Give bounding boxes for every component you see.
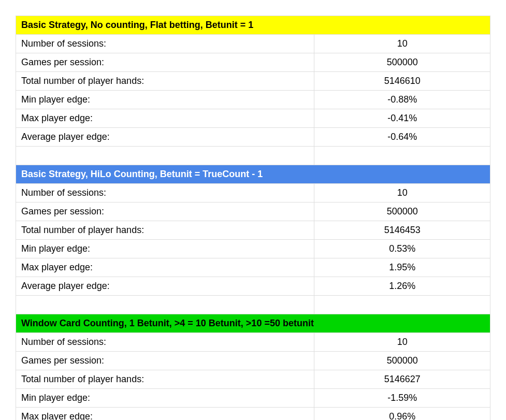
row-value: 5146627 — [314, 370, 490, 388]
row-value: 500000 — [314, 202, 490, 221]
section-header-label: Window Card Counting, 1 Betunit, >4 = 10… — [16, 314, 490, 332]
row-value: -0.88% — [314, 91, 490, 109]
row-value: -0.64% — [314, 128, 490, 146]
section-header-label: Basic Strategy, HiLo Counting, Betunit =… — [16, 165, 490, 183]
table-row: Max player edge:1.95% — [16, 258, 490, 277]
row-label: Games per session: — [16, 53, 314, 71]
table-row: Total number of player hands:5146610 — [16, 72, 490, 91]
table-row: Number of sessions:10 — [16, 184, 490, 202]
row-value: 500000 — [314, 352, 490, 370]
row-label: Number of sessions: — [16, 184, 314, 202]
row-value: 5146453 — [314, 221, 490, 239]
row-label: Min player edge: — [16, 240, 314, 258]
row-label: Total number of player hands: — [16, 221, 314, 239]
table-row: Average player edge:-0.64% — [16, 128, 490, 147]
table-row: Number of sessions:10 — [16, 333, 490, 352]
row-label: Total number of player hands: — [16, 72, 314, 90]
row-label: Min player edge: — [16, 389, 314, 407]
row-label: Max player edge: — [16, 258, 314, 277]
section-header: Window Card Counting, 1 Betunit, >4 = 10… — [16, 314, 490, 333]
row-value: 5146610 — [314, 72, 490, 90]
section-header: Basic Strategy, No counting, Flat bettin… — [16, 16, 490, 35]
row-label: Average player edge: — [16, 277, 314, 295]
row-value: 10 — [314, 35, 490, 53]
table-row: Total number of player hands:5146453 — [16, 221, 490, 240]
table-row: Number of sessions:10 — [16, 35, 490, 53]
table-row: Total number of player hands:5146627 — [16, 370, 490, 389]
row-value: 0.53% — [314, 240, 490, 258]
row-label: Total number of player hands: — [16, 370, 314, 388]
row-label: Games per session: — [16, 202, 314, 221]
row-value: -1.59% — [314, 389, 490, 407]
row-label: Average player edge: — [16, 128, 314, 146]
spacer-row — [16, 147, 490, 165]
row-value: 10 — [314, 184, 490, 202]
table-row: Games per session:500000 — [16, 53, 490, 72]
table-row: Min player edge:0.53% — [16, 240, 490, 258]
row-label: Number of sessions: — [16, 35, 314, 53]
table-row: Games per session:500000 — [16, 352, 490, 370]
row-label: Games per session: — [16, 352, 314, 370]
row-value: -0.41% — [314, 109, 490, 127]
row-label: Max player edge: — [16, 408, 314, 420]
section-header-label: Basic Strategy, No counting, Flat bettin… — [16, 16, 490, 34]
table-row: Min player edge:-0.88% — [16, 91, 490, 109]
table-row: Average player edge:1.26% — [16, 277, 490, 296]
row-label: Max player edge: — [16, 109, 314, 127]
table-row: Max player edge:0.96% — [16, 408, 490, 420]
row-value: 0.96% — [314, 408, 490, 420]
row-value: 1.26% — [314, 277, 490, 295]
table-row: Min player edge:-1.59% — [16, 389, 490, 408]
spacer-row — [16, 296, 490, 314]
results-table: Basic Strategy, No counting, Flat bettin… — [16, 16, 490, 420]
row-label: Number of sessions: — [16, 333, 314, 351]
table-row: Games per session:500000 — [16, 202, 490, 221]
row-value: 1.95% — [314, 258, 490, 277]
row-value: 10 — [314, 333, 490, 351]
section-header: Basic Strategy, HiLo Counting, Betunit =… — [16, 165, 490, 184]
row-value: 500000 — [314, 53, 490, 71]
row-label: Min player edge: — [16, 91, 314, 109]
table-row: Max player edge:-0.41% — [16, 109, 490, 128]
